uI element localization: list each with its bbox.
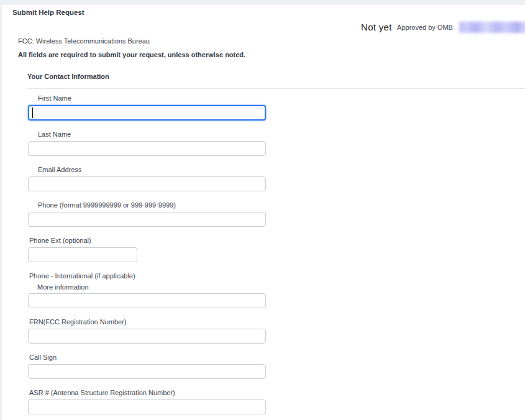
bureau-line: FCC: Wireless Telecommunications Bureau (18, 37, 150, 45)
field-group-asr-number: ASR # (Antenna Structure Registration Nu… (28, 388, 266, 414)
field-input-wrap-first-name (28, 105, 266, 121)
asr-number-input[interactable] (28, 399, 266, 414)
field-input-wrap-phone-ext (28, 247, 266, 262)
phone-input[interactable] (28, 212, 266, 227)
field-label-asr-number: ASR # (Antenna Structure Registration Nu… (29, 388, 266, 397)
field-label-frn: FRN(FCC Registration Number) (29, 317, 266, 326)
field-input-wrap-phone (28, 212, 266, 227)
text-cursor (32, 107, 33, 118)
section-heading-contact-information: Your Contact Information (27, 73, 109, 80)
field-input-wrap-last-name (28, 141, 266, 156)
field-group-call-sign: Call Sign (28, 353, 266, 379)
omb-approval-note: Not yet Approved by OMB (361, 21, 525, 33)
field-input-wrap-asr-number (28, 399, 266, 414)
field-group-phone: Phone (format 9999999999 or 999-999-9999… (28, 201, 266, 227)
phone-international-input[interactable] (28, 293, 266, 308)
field-input-wrap-call-sign (28, 364, 266, 379)
section-divider (27, 88, 525, 89)
page-content: Submit Help Request Not yet Approved by … (2, 5, 525, 420)
required-fields-note: All fields are required to submit your r… (18, 51, 245, 58)
field-group-last-name: Last Name (28, 130, 266, 156)
field-input-wrap-frn (28, 329, 266, 344)
field-group-phone-international: Phone - International (if applicable)Mor… (28, 272, 266, 308)
field-label-call-sign: Call Sign (29, 353, 266, 362)
omb-control-number-redacted (459, 22, 525, 33)
field-label-first-name: First Name (38, 94, 266, 103)
frn-input[interactable] (28, 329, 266, 344)
field-sublabel-phone-international: More information (37, 283, 266, 291)
field-input-wrap-phone-international (28, 293, 266, 308)
first-name-input[interactable] (28, 105, 266, 121)
field-label-email-address: Email Address (38, 165, 266, 174)
last-name-input[interactable] (28, 141, 266, 156)
field-group-frn: FRN(FCC Registration Number) (28, 317, 266, 344)
phone-ext-input[interactable] (28, 247, 137, 262)
field-label-last-name: Last Name (38, 130, 266, 139)
field-group-email-address: Email Address (28, 165, 266, 191)
field-group-phone-ext: Phone Ext (optional) (28, 236, 266, 262)
field-group-first-name: First Name (28, 94, 266, 121)
field-label-phone-international: Phone - International (if applicable) (29, 272, 266, 280)
field-label-phone: Phone (format 9999999999 or 999-999-9999… (38, 201, 266, 209)
omb-approved-by-label: Approved by OMB (397, 24, 453, 31)
field-label-phone-ext: Phone Ext (optional) (29, 236, 266, 245)
contact-form: First NameLast NameEmail AddressPhone (f… (28, 94, 266, 420)
email-address-input[interactable] (28, 176, 266, 191)
omb-not-yet-text: Not yet (361, 22, 392, 32)
call-sign-input[interactable] (28, 364, 266, 379)
page-title: Submit Help Request (12, 9, 84, 16)
field-input-wrap-email-address (28, 176, 266, 191)
